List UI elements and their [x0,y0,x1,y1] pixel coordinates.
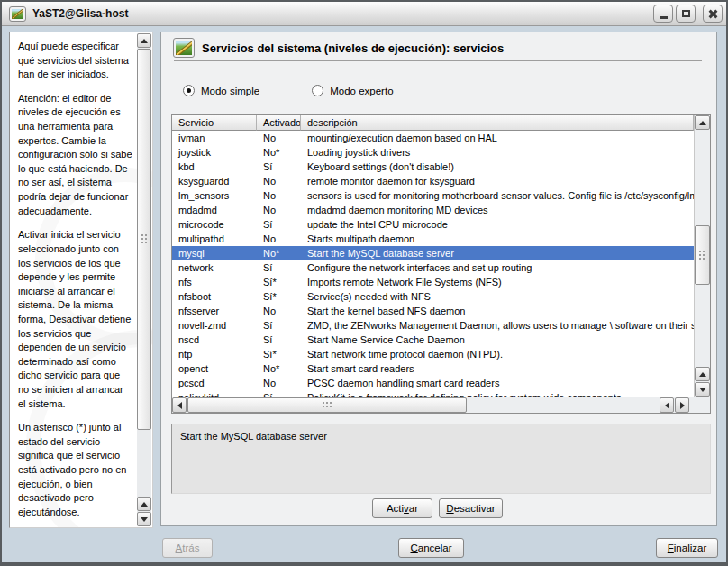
close-button[interactable] [703,5,723,23]
table-row[interactable]: novell-zmdSíZMD, the ZENworks Management… [172,318,694,333]
table-cell: Sí [257,217,301,232]
table-row[interactable]: multipathdNoStarts multipath daemon [172,232,694,246]
table-cell: Sí* [257,347,301,361]
dialog-title: Servicios del sistema (niveles de ejecuc… [202,41,504,55]
table-row[interactable]: nscdSíStart Name Service Cache Daemon [172,333,694,347]
table-cell: ntp [172,347,257,361]
scrollbar-thumb[interactable] [137,49,151,430]
table-cell: No* [257,145,301,160]
scroll-up-button[interactable] [137,497,151,511]
table-cell: mounting/execution daemon based on HAL [301,131,694,145]
table-cell: multipathd [172,232,257,246]
table-cell: Sí* [257,275,301,289]
table-row[interactable]: microcodeSíupdate the Intel CPU microcod… [172,217,694,232]
help-text: Aquí puede especificar qué servicios del… [10,32,137,527]
column-header[interactable]: Activado [257,115,301,131]
scroll-left-button[interactable] [172,397,187,413]
table-cell: Sí [257,160,301,174]
table-cell: No [257,203,301,217]
table-row[interactable]: mysqlNo*Start the MySQL database server [172,246,694,260]
scroll-down-button[interactable] [695,382,710,397]
table-cell: Starts multipath daemon [301,232,694,246]
table-row[interactable]: ivmanNomounting/execution daemon based o… [172,131,694,145]
table-cell: Sí [257,260,301,275]
table-cell: nfs [172,275,257,289]
table-row[interactable]: pcscdNoPCSC daemon handling smart card r… [172,376,694,390]
table-cell: ivman [172,131,257,145]
finish-button[interactable]: Finalizar [656,538,718,558]
mode-radios: Modo simpleModo experto [183,85,394,96]
table-cell: Keyboard settings (don't disable!) [301,160,694,174]
table-cell: No [257,376,301,390]
table-cell: nfsboot [172,289,257,304]
table-cell: PCSC daemon handling smart card readers [301,376,694,390]
mode-radio[interactable]: Modo simple [183,85,259,96]
minimize-button[interactable] [653,5,673,23]
cancel-button[interactable]: Cancelar [398,538,464,558]
scroll-up-button[interactable] [137,33,151,48]
table-vscrollbar[interactable] [694,115,710,397]
arrow-right-icon [680,402,685,409]
table-cell: kbd [172,160,257,174]
table-row[interactable]: ntpSí*Start network time protocol daemon… [172,347,694,361]
table-row[interactable]: policykitdSíPolicyKit is a framework for… [172,390,694,397]
table-row[interactable]: kbdSíKeyboard settings (don't disable!) [172,160,694,174]
help-paragraph: Atención: el editor de niveles de ejecuc… [18,92,133,218]
activate-button[interactable]: Activar [372,498,432,518]
column-header[interactable]: descripción [301,115,694,131]
table-row[interactable]: nfsSí*Imports remote Network File System… [172,275,694,289]
scroll-right-button[interactable] [675,397,689,413]
table-cell: microcode [172,217,257,232]
table-cell: Start the MySQL database server [301,246,694,260]
table-cell: lm_sensors [172,188,257,203]
arrow-left-icon [177,402,182,409]
maximize-button[interactable] [676,5,696,23]
table-cell: Sí [257,318,301,333]
header-separator [174,60,702,61]
mode-radio-label: Modo experto [330,86,393,96]
help-paragraph: Aquí puede especificar qué servicios del… [18,40,133,82]
table-cell: policykitd [172,390,257,397]
table-cell: sensors is used for monitoring motherboa… [301,188,694,203]
table-cell: Start the kernel based NFS daemon [301,304,694,318]
services-table: ServicioActivadodescripción ivmanNomount… [171,114,711,414]
table-row[interactable]: networkSíConfigure the network interface… [172,260,694,275]
column-header[interactable]: Servicio [172,115,257,131]
scrollbar-thumb[interactable] [187,397,467,413]
table-row[interactable]: joystickNo*Loading joystick drivers [172,145,694,160]
help-scrollbar[interactable] [137,33,151,526]
table-row[interactable]: ksysguarddNoremote monitor daemon for ks… [172,174,694,188]
arrow-up-icon [141,39,148,43]
table-cell: Start network time protocol daemon (NTPD… [301,347,694,361]
table-row[interactable]: mdadmdNomdadmd daemon monitoring MD devi… [172,203,694,217]
arrow-down-icon [699,388,706,392]
mode-radio[interactable]: Modo experto [312,85,393,96]
deactivate-button[interactable]: Desactivar [439,498,503,518]
scrollbar-thumb[interactable] [695,225,710,285]
table-cell: update the Intel CPU microcode [301,217,694,232]
table-row[interactable]: lm_sensorsNosensors is used for monitori… [172,188,694,203]
table-cell: No* [257,246,301,260]
scroll-up-button[interactable] [695,115,710,130]
table-cell: Loading joystick drivers [301,145,694,160]
thumb-grip [698,250,706,261]
arrow-up-icon [699,372,706,377]
table-row[interactable]: nfsserverNoStart the kernel based NFS da… [172,304,694,318]
table-cell: network [172,260,257,275]
table-cell: nscd [172,333,257,347]
scroll-up-button[interactable] [695,367,710,381]
title-bar[interactable]: YaST2@Glisa-host [2,2,726,26]
scroll-left-button[interactable] [660,397,674,413]
mode-radio-label: Modo simple [201,86,259,96]
maximize-icon [682,10,690,17]
table-hscrollbar[interactable] [172,397,710,413]
table-row[interactable]: openctNo*Start smart card readers [172,361,694,376]
scroll-down-button[interactable] [137,512,151,526]
table-cell: Imports remote Network File Systems (NFS… [301,275,694,289]
table-cell: Service(s) needed with NFS [301,289,694,304]
table-cell: Configure the network interfaces and set… [301,260,694,275]
table-body: ivmanNomounting/execution daemon based o… [172,131,694,397]
table-row[interactable]: nfsbootSí*Service(s) needed with NFS [172,289,694,304]
table-cell: remote monitor daemon for ksysguard [301,174,694,188]
table-cell: Start smart card readers [301,361,694,376]
